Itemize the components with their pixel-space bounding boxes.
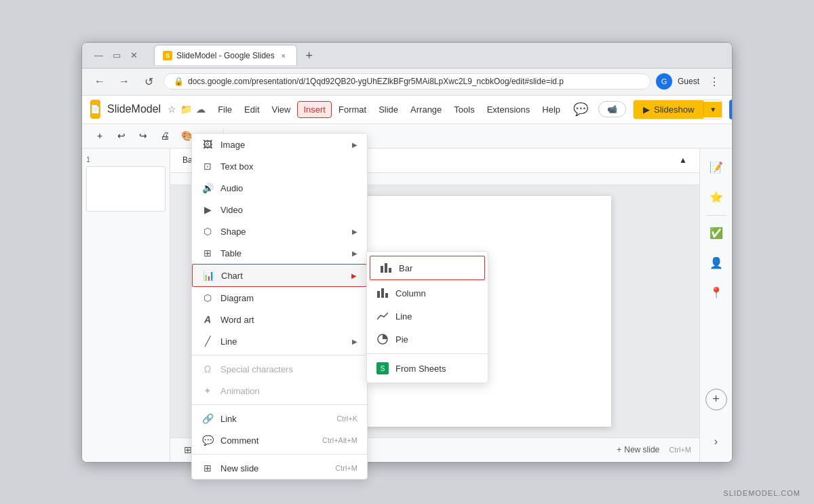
svg-rect-5 xyxy=(385,293,388,298)
image-icon: 🖼 xyxy=(201,138,214,151)
expand-panel-button[interactable]: › xyxy=(704,429,729,454)
back-button[interactable]: ← xyxy=(90,72,109,91)
slideshow-dropdown-button[interactable]: ▼ xyxy=(703,102,722,117)
forward-button[interactable]: → xyxy=(115,72,134,91)
insert-link-item[interactable]: 🔗 Link Ctrl+K xyxy=(192,408,367,429)
menu-arrange[interactable]: Arrange xyxy=(405,102,447,117)
insert-video-label: Video xyxy=(220,205,357,215)
window-close-button[interactable]: ✕ xyxy=(130,50,138,60)
table-arrow-icon: ▶ xyxy=(352,250,357,257)
right-panel-btn-5[interactable]: 📍 xyxy=(704,281,729,305)
cloud-icon[interactable]: ☁ xyxy=(196,102,206,116)
svg-rect-2 xyxy=(389,268,391,273)
new-slide-label: New slide xyxy=(624,445,659,454)
menu-tools[interactable]: Tools xyxy=(448,102,480,117)
add-slide-button[interactable]: + New slide xyxy=(611,442,665,457)
toolbar-add-button[interactable]: + xyxy=(90,126,109,145)
insert-special-chars-item: Ω Special characters xyxy=(192,358,367,380)
active-tab[interactable]: S SlideModel - Google Slides × xyxy=(154,45,297,65)
window-controls: — ▭ ✕ xyxy=(89,50,143,60)
browser-menu-button[interactable]: ⋮ xyxy=(705,72,724,91)
menu-help[interactable]: Help xyxy=(537,102,566,117)
svg-rect-4 xyxy=(381,288,384,298)
right-divider xyxy=(706,215,726,216)
insert-chart-item[interactable]: 📊 Chart ▶ xyxy=(192,264,367,287)
chart-arrow-icon: ▶ xyxy=(351,272,357,279)
app-title: SlideModel xyxy=(107,103,161,115)
menu-slide[interactable]: Slide xyxy=(373,102,404,117)
insert-shape-item[interactable]: ⬡ Shape ▶ xyxy=(192,220,367,242)
tab-close-button[interactable]: × xyxy=(279,51,288,60)
insert-video-item[interactable]: ▶ Video xyxy=(192,199,367,220)
reload-button[interactable]: ↺ xyxy=(139,72,158,91)
window-minimize-button[interactable]: — xyxy=(94,50,103,60)
video-icon: ▶ xyxy=(201,203,214,216)
profile-label: Guest xyxy=(678,77,699,86)
avatar: G xyxy=(656,73,672,90)
toolbar-print-button[interactable]: 🖨 xyxy=(155,126,174,145)
slideshow-button-group: ▶ Slideshow ▼ xyxy=(633,100,722,119)
meet-icon: 📹 xyxy=(607,104,617,114)
slideshow-label: Slideshow xyxy=(654,104,694,115)
insert-image-item[interactable]: 🖼 Image ▶ xyxy=(192,134,367,155)
window-maximize-button[interactable]: ▭ xyxy=(113,50,121,60)
plus-icon: + xyxy=(617,445,621,454)
chart-bar-item[interactable]: Bar xyxy=(370,256,484,279)
pie-chart-icon xyxy=(376,333,389,345)
app-toolbar: 📄 SlideModel ☆ 📁 ☁ File Edit View Insert… xyxy=(82,96,732,124)
insert-new-slide-item[interactable]: ⊞ New slide Ctrl+M xyxy=(192,457,367,479)
right-panel-btn-2[interactable]: ⭐ xyxy=(704,185,729,210)
new-slide-shortcut: Ctrl+M xyxy=(335,464,357,472)
insert-new-slide-label: New slide xyxy=(220,463,328,473)
insert-table-item[interactable]: ⊞ Table ▶ xyxy=(192,242,367,264)
menu-view[interactable]: View xyxy=(267,102,296,117)
insert-audio-item[interactable]: 🔊 Audio xyxy=(192,177,367,199)
browser-titlebar: — ▭ ✕ S SlideModel - Google Slides × + xyxy=(82,43,732,69)
chart-column-item[interactable]: Column xyxy=(367,282,488,305)
menu-extensions[interactable]: Extensions xyxy=(482,102,536,117)
insert-line-label: Line xyxy=(220,336,345,347)
folder-icon[interactable]: 📁 xyxy=(180,102,192,116)
menu-format[interactable]: Format xyxy=(333,102,372,117)
toolbar-undo-button[interactable]: ↩ xyxy=(112,126,131,145)
meet-button[interactable]: 📹 xyxy=(598,101,626,117)
right-panel-btn-3[interactable]: ✅ xyxy=(704,221,729,246)
new-tab-button[interactable]: + xyxy=(300,46,319,65)
star-icon[interactable]: ☆ xyxy=(168,102,176,116)
line-chart-label: Line xyxy=(395,311,412,322)
shape-icon: ⬡ xyxy=(201,225,214,237)
menu-file[interactable]: File xyxy=(212,102,237,117)
address-bar[interactable]: 🔒 docs.google.com/presentation/d/1Qqd92Q… xyxy=(163,73,651,90)
chart-pie-item[interactable]: Pie xyxy=(367,328,488,351)
menu-insert[interactable]: Insert xyxy=(297,101,332,118)
table-icon: ⊞ xyxy=(201,247,214,259)
profile-area: G Guest xyxy=(656,73,699,90)
app-logo: 📄 xyxy=(90,100,100,119)
menu-edit[interactable]: Edit xyxy=(239,102,265,117)
insert-line-item[interactable]: ╱ Line ▶ xyxy=(192,330,367,352)
collapse-panel-button[interactable]: ▲ xyxy=(674,153,693,167)
comment-button[interactable]: 💬 xyxy=(570,98,592,120)
toolbar-redo-button[interactable]: ↪ xyxy=(134,126,153,145)
slide-thumbnail[interactable] xyxy=(86,166,166,212)
chart-icon: 📊 xyxy=(202,269,214,282)
pie-chart-label: Pie xyxy=(395,334,408,345)
slideshow-button[interactable]: ▶ Slideshow xyxy=(634,100,703,119)
chart-from-sheets-item[interactable]: S From Sheets xyxy=(367,357,488,380)
right-panel-btn-4[interactable]: 👤 xyxy=(704,251,729,275)
insert-textbox-item[interactable]: ⊡ Text box xyxy=(192,155,367,177)
menu-divider-1 xyxy=(192,355,367,355)
comment-shortcut: Ctrl+Alt+M xyxy=(322,436,357,444)
insert-wordart-item[interactable]: A Word art xyxy=(192,309,367,330)
insert-comment-item[interactable]: 💬 Comment Ctrl+Alt+M xyxy=(192,429,367,451)
insert-audio-label: Audio xyxy=(220,183,357,193)
insert-diagram-label: Diagram xyxy=(220,293,357,303)
watermark: SLIDEMODEL.COM xyxy=(723,489,800,497)
svg-rect-3 xyxy=(377,291,380,298)
chart-line-item[interactable]: Line xyxy=(367,305,488,328)
right-add-button[interactable]: + xyxy=(705,389,727,410)
insert-diagram-item[interactable]: ⬡ Diagram xyxy=(192,287,367,309)
right-panel-btn-1[interactable]: 📝 xyxy=(704,155,729,180)
share-button[interactable]: 🔒 Share xyxy=(729,100,733,119)
line-icon: ╱ xyxy=(201,335,214,347)
